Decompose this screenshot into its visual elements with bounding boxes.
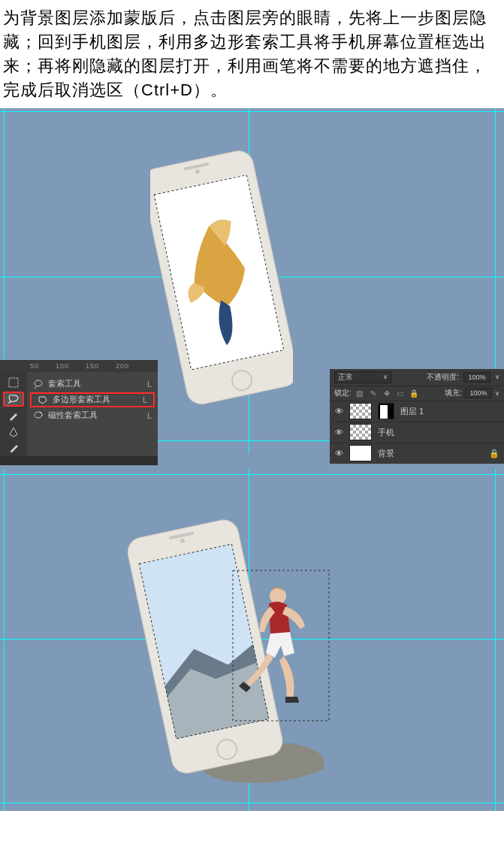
ruler-mark: 100 xyxy=(56,362,69,370)
layer-item[interactable]: 👁 手机 xyxy=(330,422,504,443)
lasso-tool-icon[interactable] xyxy=(3,392,24,407)
phone-mockup-bottom xyxy=(128,510,346,803)
layer-item[interactable]: 👁 背景 🔒 xyxy=(330,443,504,464)
opacity-input[interactable]: 100% xyxy=(463,372,490,383)
brush-tool-icon[interactable] xyxy=(3,408,24,423)
tool-strip xyxy=(0,372,27,456)
polygonal-lasso-tool-item[interactable]: 多边形套索工具 L xyxy=(30,392,155,407)
layer-thumbnail xyxy=(349,403,372,419)
fill-label: 填充: xyxy=(445,388,462,398)
opacity-label: 不透明度: xyxy=(427,372,459,383)
ruler: 50 100 150 200 xyxy=(0,360,158,372)
layer-name: 图层 1 xyxy=(400,406,424,417)
chevron-down-icon: ∨ xyxy=(383,374,388,380)
layer-name: 背景 xyxy=(378,448,394,459)
menu-shortcut: L xyxy=(147,380,152,389)
instruction-text: 为背景图层添加蒙版后，点击图层旁的眼睛，先将上一步图层隐藏；回到手机图层，利用多… xyxy=(0,0,504,108)
lock-position-icon[interactable]: ✥ xyxy=(382,388,392,398)
menu-label: 磁性套索工具 xyxy=(48,410,98,421)
guide-line xyxy=(4,469,5,811)
tool-panel: 50 100 150 200 xyxy=(0,360,158,465)
layer-item[interactable]: 👁 图层 1 xyxy=(330,401,504,422)
ruler-mark: 150 xyxy=(86,362,99,370)
ruler-mark: 50 xyxy=(30,362,39,370)
chevron-down-icon: ∨ xyxy=(495,374,499,380)
chevron-down-icon: ∨ xyxy=(495,390,499,397)
blend-mode-value: 正常 xyxy=(338,372,353,383)
menu-label: 多边形套索工具 xyxy=(53,394,110,405)
lock-all-icon[interactable]: 🔒 xyxy=(409,388,419,398)
marquee-tool-icon[interactable] xyxy=(3,375,24,390)
ruler-mark: 200 xyxy=(116,362,129,370)
visibility-toggle-icon[interactable]: 👁 xyxy=(334,428,343,437)
menu-shortcut: L xyxy=(147,411,152,420)
layer-mask-thumbnail xyxy=(378,403,394,419)
lock-pixels-icon[interactable]: ✎ xyxy=(368,388,379,398)
magnetic-lasso-tool-item[interactable]: 磁性套索工具 L xyxy=(27,408,158,423)
menu-label: 套索工具 xyxy=(48,378,81,389)
layers-panel: 正常 ∨ 不透明度: 100% ∨ 锁定: ▨ ✎ ✥ ▭ 🔒 填充: 100%… xyxy=(330,369,504,464)
visibility-toggle-icon[interactable]: 👁 xyxy=(334,449,343,458)
layer-name: 手机 xyxy=(378,427,394,438)
svg-point-7 xyxy=(35,380,42,386)
blend-mode-select[interactable]: 正常 ∨ xyxy=(334,371,391,383)
guide-line xyxy=(495,469,496,811)
lasso-tool-item[interactable]: 套索工具 L xyxy=(27,377,158,392)
pen-tool-icon[interactable] xyxy=(3,425,24,440)
layer-thumbnail xyxy=(349,424,372,440)
lasso-flyout-menu: 套索工具 L 多边形套索工具 L 磁性套索工具 L xyxy=(27,372,158,456)
lock-icon: 🔒 xyxy=(489,449,499,458)
phone-mockup-top xyxy=(150,150,293,420)
canvas-area: 50 100 150 200 xyxy=(0,108,504,811)
guide-line xyxy=(0,111,504,112)
menu-shortcut: L xyxy=(143,395,147,404)
guide-line xyxy=(0,474,504,475)
lock-transparency-icon[interactable]: ▨ xyxy=(355,388,365,398)
fill-input[interactable]: 100% xyxy=(465,388,492,398)
layer-thumbnail xyxy=(349,445,372,461)
lock-label: 锁定: xyxy=(334,388,352,398)
svg-rect-6 xyxy=(9,378,18,387)
lock-artboard-icon[interactable]: ▭ xyxy=(395,388,406,398)
visibility-toggle-icon[interactable]: 👁 xyxy=(334,407,343,416)
eyedropper-tool-icon[interactable] xyxy=(3,441,24,456)
